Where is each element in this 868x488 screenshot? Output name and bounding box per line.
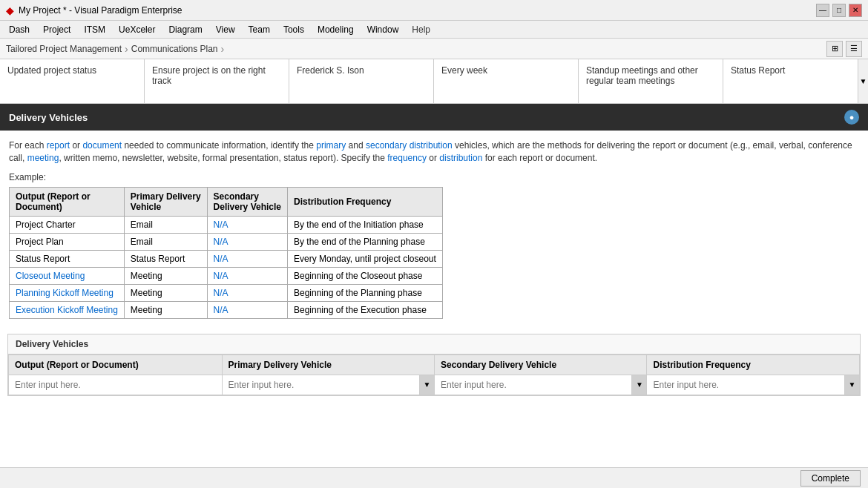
menu-team[interactable]: Team — [243, 23, 276, 36]
section-info-icon[interactable]: ● — [844, 110, 859, 125]
table-cell-secondary: N/A — [207, 216, 287, 233]
link-meeting[interactable]: meeting — [27, 153, 59, 163]
example-col-output: Output (Report orDocument) — [10, 187, 125, 216]
example-col-secondary: SecondaryDelivery Vehicle — [207, 187, 287, 216]
breadcrumb-separator-1: › — [125, 43, 128, 55]
breadcrumb: Tailored Project Management › Communicat… — [6, 43, 224, 55]
link-distribution[interactable]: distribution — [439, 153, 482, 163]
dv-secondary-input[interactable] — [435, 375, 646, 395]
menu-diagram[interactable]: Diagram — [162, 23, 208, 36]
link-secondary[interactable]: secondary distribution — [366, 140, 453, 151]
breadcrumb-bar: Tailored Project Management › Communicat… — [0, 39, 868, 59]
info-row-scrollbar[interactable]: ▼ — [858, 59, 868, 103]
table-cell-primary: Meeting — [124, 301, 207, 318]
table-cell-secondary: N/A — [207, 267, 287, 284]
list-view-button[interactable]: ☰ — [846, 41, 862, 57]
table-cell-output: Project Charter — [10, 216, 125, 233]
menu-itsm[interactable]: ITSM — [78, 23, 111, 36]
table-row: Project CharterEmailN/ABy the end of the… — [10, 216, 443, 233]
dv-input-table: Output (Report or Document) Primary Deli… — [8, 355, 860, 395]
dv-primary-input[interactable] — [223, 375, 434, 395]
example-label: Example: — [0, 169, 868, 187]
link-report[interactable]: report — [47, 140, 70, 151]
example-table-wrapper: Output (Report orDocument) Primary Deliv… — [0, 187, 868, 328]
grid-view-button[interactable]: ⊞ — [826, 41, 843, 57]
breadcrumb-tailored[interactable]: Tailored Project Management — [6, 44, 122, 54]
table-cell-output[interactable]: Planning Kickoff Meeting — [10, 284, 125, 301]
dv-output-input[interactable] — [9, 375, 222, 395]
dv-frequency-cell: ▼ — [647, 375, 860, 395]
info-cell-6: Status Report — [723, 59, 868, 103]
menu-view[interactable]: View — [210, 23, 241, 36]
dv-col-output: Output (Report or Document) — [9, 355, 223, 375]
dv-col-primary: Primary Delivery Vehicle — [222, 355, 434, 375]
dv-input-section: Delivery Vehicles Output (Report or Docu… — [7, 334, 861, 396]
link-primary[interactable]: primary — [316, 140, 346, 151]
table-row: Execution Kickoff MeetingMeetingN/ABegin… — [10, 301, 443, 318]
menu-help[interactable]: Help — [406, 23, 436, 36]
breadcrumb-comms[interactable]: Communications Plan — [131, 44, 218, 54]
dv-primary-cell: ▼ — [222, 375, 434, 395]
table-row: Project PlanEmailN/ABy the end of the Pl… — [10, 233, 443, 250]
table-row: Planning Kickoff MeetingMeetingN/ABeginn… — [10, 284, 443, 301]
section-title: Delivery Vehicles — [9, 112, 88, 123]
dv-secondary-cell: ▼ — [435, 375, 647, 395]
table-cell-output[interactable]: Execution Kickoff Meeting — [10, 301, 125, 318]
info-cell-2: Ensure project is on the right track — [145, 59, 289, 103]
dv-section-title: Delivery Vehicles — [8, 334, 860, 355]
content-area: Updated project status Ensure project is… — [0, 59, 868, 467]
menu-dash[interactable]: Dash — [3, 23, 36, 36]
breadcrumb-separator-2: › — [220, 43, 224, 55]
title-bar: ◆ My Project * - Visual Paradigm Enterpr… — [0, 0, 868, 21]
table-cell-secondary: N/A — [207, 284, 287, 301]
menu-project[interactable]: Project — [37, 23, 76, 36]
info-row: Updated project status Ensure project is… — [0, 59, 868, 104]
table-cell-frequency: Beginning of the Execution phase — [288, 301, 443, 318]
menu-bar: Dash Project ITSM UeXceler Diagram View … — [0, 21, 868, 39]
menu-window[interactable]: Window — [361, 23, 405, 36]
menu-modeling[interactable]: Modeling — [312, 23, 360, 36]
link-document[interactable]: document — [82, 140, 122, 151]
table-cell-primary: Meeting — [124, 267, 207, 284]
table-cell-secondary: N/A — [207, 233, 287, 250]
table-cell-output: Project Plan — [10, 233, 125, 250]
table-row: Status ReportStatus ReportN/AEvery Monda… — [10, 250, 443, 267]
dv-output-cell — [9, 375, 223, 395]
table-row: Closeout MeetingMeetingN/ABeginning of t… — [10, 267, 443, 284]
minimize-button[interactable]: — — [816, 4, 829, 17]
description-text: For each report or document needed to co… — [0, 131, 868, 169]
menu-uexceler[interactable]: UeXceler — [113, 23, 161, 36]
dv-secondary-dropdown[interactable]: ▼ — [631, 375, 646, 395]
info-cell-3: Frederick S. Ison — [289, 59, 434, 103]
info-cell-5: Standup meetings and other regular team … — [579, 59, 723, 103]
info-cell-4: Every week — [434, 59, 579, 103]
close-button[interactable]: ✕ — [849, 4, 862, 17]
bottom-bar: Complete — [0, 467, 868, 488]
maximize-button[interactable]: □ — [832, 4, 846, 17]
dv-primary-dropdown[interactable]: ▼ — [419, 375, 434, 395]
table-cell-output: Status Report — [10, 250, 125, 267]
dv-col-secondary: Secondary Delivery Vehicle — [435, 355, 647, 375]
breadcrumb-tools: ⊞ ☰ — [826, 41, 862, 57]
table-cell-frequency: Beginning of the Planning phase — [288, 284, 443, 301]
dv-col-frequency: Distribution Frequency — [647, 355, 860, 375]
dv-frequency-dropdown[interactable]: ▼ — [844, 375, 859, 395]
example-col-primary: Primary DeliveryVehicle — [124, 187, 207, 216]
section-header-delivery: Delivery Vehicles ● — [0, 104, 868, 131]
table-cell-primary: Email — [124, 216, 207, 233]
table-cell-secondary: N/A — [207, 250, 287, 267]
table-cell-frequency: By the end of the Planning phase — [288, 233, 443, 250]
table-cell-output[interactable]: Closeout Meeting — [10, 267, 125, 284]
example-table: Output (Report orDocument) Primary Deliv… — [9, 187, 443, 319]
complete-button[interactable]: Complete — [800, 470, 861, 487]
info-cell-1: Updated project status — [0, 59, 145, 103]
table-cell-frequency: Beginning of the Closeout phase — [288, 267, 443, 284]
menu-tools[interactable]: Tools — [277, 23, 310, 36]
table-cell-frequency: Every Monday, until project closeout — [288, 250, 443, 267]
link-frequency[interactable]: frequency — [387, 153, 427, 163]
dv-frequency-input[interactable] — [647, 375, 859, 395]
example-col-frequency: Distribution Frequency — [288, 187, 443, 216]
table-cell-frequency: By the end of the Initiation phase — [288, 216, 443, 233]
window-title: My Project * - Visual Paradigm Enterpris… — [19, 5, 183, 16]
table-cell-primary: Status Report — [124, 250, 207, 267]
